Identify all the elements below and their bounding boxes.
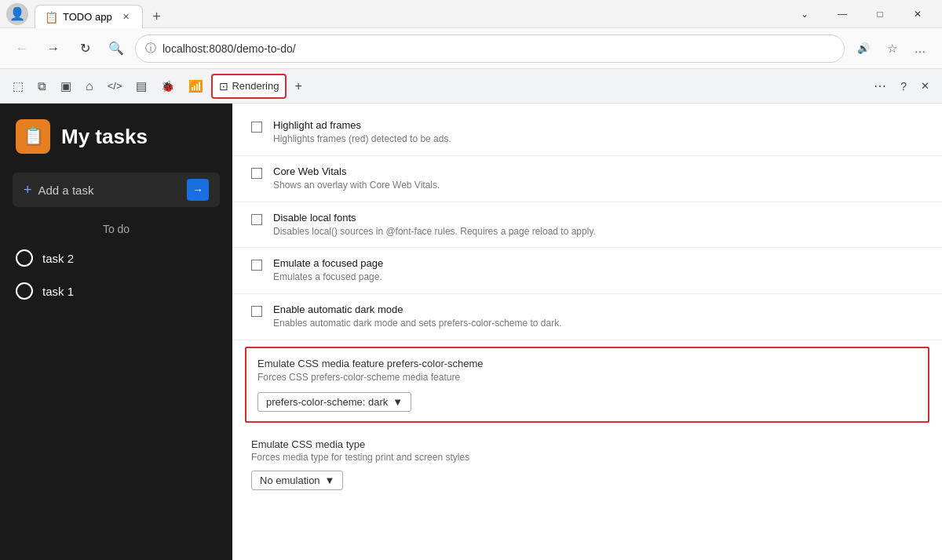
close-window-button[interactable]: ✕: [900, 2, 936, 27]
forward-icon: →: [47, 42, 60, 56]
logo-icon: 📋: [23, 126, 44, 147]
forward-button[interactable]: →: [41, 36, 66, 61]
maximize-button[interactable]: □: [862, 2, 898, 27]
prefers-color-scheme-desc: Forces CSS prefers-color-scheme media fe…: [257, 371, 917, 384]
panel-icon: ▣: [60, 79, 71, 93]
highlight-ads-option: Highlight ad frames Highlights frames (r…: [232, 110, 942, 156]
chevron-down-icon: ⌄: [801, 9, 809, 20]
favorites-icon: ☆: [887, 42, 897, 56]
prefers-color-scheme-section: Emulate CSS media feature prefers-color-…: [245, 347, 929, 423]
core-web-vitals-text: Core Web Vitals Shows an overlay with Co…: [273, 165, 923, 192]
active-tab[interactable]: 📋 TODO app ✕: [35, 5, 143, 28]
search-button[interactable]: 🔍: [104, 36, 129, 61]
url-input[interactable]: ⓘ localhost:8080/demo-to-do/: [135, 35, 845, 63]
wifi-icon: 📶: [188, 79, 203, 93]
browser-window: 👤 📋 TODO app ✕ + ⌄ — □ ✕: [0, 0, 942, 560]
emulate-focused-option: Emulate a focused page Emulates a focuse…: [232, 248, 942, 294]
layers-icon: ⧉: [38, 79, 46, 93]
auto-dark-mode-desc: Enables automatic dark mode and sets pre…: [273, 317, 923, 330]
titlebar: 👤 📋 TODO app ✕ + ⌄ — □ ✕: [0, 0, 942, 28]
devtools-code-button[interactable]: </>: [101, 74, 129, 99]
profile-icon[interactable]: 👤: [6, 3, 28, 25]
devtools-network-button[interactable]: ▤: [130, 74, 153, 99]
new-tab-button[interactable]: +: [146, 5, 168, 27]
task-circle-task1: [16, 282, 33, 300]
media-type-section: Emulate CSS media type Forces media type…: [232, 429, 942, 500]
task-item-task1[interactable]: task 1: [0, 275, 232, 307]
core-web-vitals-option: Core Web Vitals Shows an overlay with Co…: [232, 156, 942, 202]
disable-fonts-checkbox[interactable]: [251, 214, 262, 225]
sidebar-header: 📋 My tasks: [0, 104, 232, 166]
rendering-panel: Highlight ad frames Highlights frames (r…: [232, 104, 942, 560]
disable-fonts-title: Disable local fonts: [273, 212, 923, 224]
core-web-vitals-title: Core Web Vitals: [273, 165, 923, 177]
add-task-label: Add a task: [38, 184, 181, 197]
devtools-wifi-button[interactable]: 📶: [182, 74, 210, 99]
devtools-close-button[interactable]: ✕: [915, 74, 936, 99]
devtools-bug-button[interactable]: 🐞: [155, 74, 181, 99]
devtools-panel-button[interactable]: ▣: [54, 74, 78, 99]
add-task-plus-icon: +: [24, 182, 32, 198]
todo-section-title: To do: [0, 213, 232, 242]
task-circle-task2: [16, 249, 33, 267]
read-aloud-button[interactable]: 🔊: [851, 36, 876, 61]
main-content: 📋 My tasks + Add a task → To do task 2 t…: [0, 104, 942, 560]
tab-bar: 📋 TODO app ✕ +: [35, 0, 787, 27]
devtools-more-button[interactable]: ⋯: [867, 74, 893, 99]
devtools-home-button[interactable]: ⌂: [79, 74, 100, 99]
task-item-task2[interactable]: task 2: [0, 242, 232, 275]
profile-avatar-icon: 👤: [9, 6, 25, 21]
chevron-down-button[interactable]: ⌄: [787, 2, 823, 27]
maximize-icon: □: [877, 9, 882, 20]
minimize-button[interactable]: —: [824, 2, 860, 27]
add-task-arrow-icon: →: [187, 179, 209, 201]
core-web-vitals-checkbox[interactable]: [251, 168, 262, 179]
bug-icon: 🐞: [161, 80, 174, 93]
devtools-rendering-button[interactable]: ⊡ Rendering: [211, 74, 287, 99]
search-icon: 🔍: [108, 41, 124, 56]
add-tool-icon: +: [294, 79, 301, 93]
close-window-icon: ✕: [914, 9, 922, 20]
dropdown-arrow-icon: ▼: [392, 396, 403, 408]
disable-fonts-text: Disable local fonts Disables local() sou…: [273, 212, 923, 238]
highlight-ads-desc: Highlights frames (red) detected to be a…: [273, 133, 923, 146]
task-label-task2: task 2: [42, 252, 74, 265]
media-type-value: No emulation: [260, 475, 320, 486]
auto-dark-mode-option: Enable automatic dark mode Enables autom…: [232, 294, 942, 340]
devtools-layers-button[interactable]: ⧉: [31, 74, 53, 99]
devtools-toolbar: ⬚ ⧉ ▣ ⌂ </> ▤ 🐞 📶 ⊡ Rendering +: [0, 69, 942, 104]
more-icon: ⋯: [874, 78, 886, 93]
rendering-label: Rendering: [232, 80, 279, 92]
prefers-color-scheme-title: Emulate CSS media feature prefers-color-…: [257, 358, 917, 369]
prefers-color-scheme-dropdown[interactable]: prefers-color-scheme: dark ▼: [257, 392, 411, 412]
device-toggle-icon: ⬚: [13, 79, 24, 93]
media-type-dropdown-arrow-icon: ▼: [325, 475, 335, 486]
core-web-vitals-desc: Shows an overlay with Core Web Vitals.: [273, 179, 923, 192]
addressbar-actions: 🔊 ☆ …: [851, 36, 933, 61]
auto-dark-mode-checkbox[interactable]: [251, 306, 262, 317]
network-icon: ▤: [136, 79, 147, 93]
code-icon: </>: [108, 80, 122, 92]
window-controls: ⌄ — □ ✕: [787, 2, 936, 27]
info-icon: ⓘ: [145, 42, 156, 56]
devtools-device-button[interactable]: ⬚: [6, 74, 30, 99]
media-type-title: Emulate CSS media type: [251, 438, 923, 450]
emulate-focused-checkbox[interactable]: [251, 260, 262, 271]
devtools-help-button[interactable]: ?: [894, 74, 913, 99]
highlight-ads-checkbox[interactable]: [251, 122, 262, 133]
media-type-dropdown[interactable]: No emulation ▼: [251, 471, 343, 490]
back-button[interactable]: ←: [9, 36, 35, 61]
tab-close-button[interactable]: ✕: [120, 11, 133, 24]
back-icon: ←: [16, 42, 28, 56]
app-logo: 📋: [16, 119, 50, 154]
browser-more-button[interactable]: …: [907, 36, 933, 61]
refresh-icon: ↻: [80, 41, 90, 56]
devtools-add-button[interactable]: +: [288, 74, 308, 99]
disable-fonts-option: Disable local fonts Disables local() sou…: [232, 202, 942, 249]
add-task-button[interactable]: + Add a task →: [13, 173, 220, 207]
emulate-focused-title: Emulate a focused page: [273, 257, 923, 269]
refresh-button[interactable]: ↻: [72, 36, 97, 61]
tab-favicon: 📋: [45, 11, 58, 24]
favorites-button[interactable]: ☆: [879, 36, 904, 61]
panel-scroll-area[interactable]: Highlight ad frames Highlights frames (r…: [232, 104, 942, 560]
